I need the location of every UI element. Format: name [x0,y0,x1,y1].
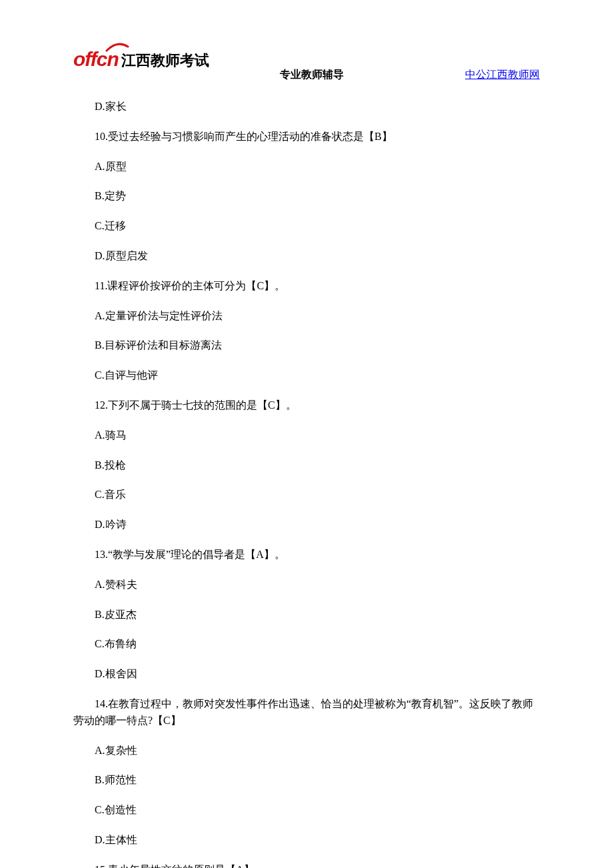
option-text: B.师范性 [73,772,540,789]
page-header: offcn 江西教师考试 专业教师辅导 中公江西教师网 [73,53,540,87]
logo: offcn 江西教师考试 [73,49,209,69]
option-text: D.主体性 [73,832,540,849]
option-text: C.迁移 [73,218,540,235]
option-text: B.投枪 [73,457,540,474]
option-text: C.音乐 [73,487,540,503]
header-center-text: 专业教师辅导 [280,68,344,82]
option-text: A.赞科夫 [73,577,540,593]
option-text: C.自评与他评 [73,367,540,384]
question-text: 15.青少年异性交往的原则是【A】。 [73,862,540,868]
question-text: 12.下列不属于骑士七技的范围的是【C】。 [73,397,540,414]
option-text: A.骑马 [73,427,540,444]
question-text: 14.在教育过程中，教师对突发性事件作出迅速、恰当的处理被称为“教育机智”。这反… [73,696,540,729]
question-text: 13.“教学与发展”理论的倡导者是【A】。 [73,547,540,563]
option-text: C.布鲁纳 [73,636,540,653]
option-text: A.复杂性 [73,743,540,759]
option-text: A.定量评价法与定性评价法 [73,308,540,325]
option-text: B.定势 [73,188,540,205]
logo-off-text: off [73,49,97,69]
option-text: D.原型启发 [73,248,540,265]
logo-brand-text: 江西教师考试 [121,53,209,68]
option-text: D.根舍因 [73,666,540,683]
option-text: A.原型 [73,159,540,175]
option-text: B.目标评价法和目标游离法 [73,337,540,354]
logo-cn-text: cn [97,49,119,69]
option-text: D.吟诗 [73,517,540,533]
header-link[interactable]: 中公江西教师网 [465,68,540,82]
option-text: D.家长 [73,99,540,115]
question-text: 11.课程评价按评价的主体可分为【C】。 [73,278,540,295]
option-text: B.皮亚杰 [73,607,540,623]
option-text: C.创造性 [73,802,540,819]
document-body: D.家长 10.受过去经验与习惯影响而产生的心理活动的准备状态是【B】 A.原型… [73,99,540,868]
question-text: 10.受过去经验与习惯影响而产生的心理活动的准备状态是【B】 [73,129,540,145]
